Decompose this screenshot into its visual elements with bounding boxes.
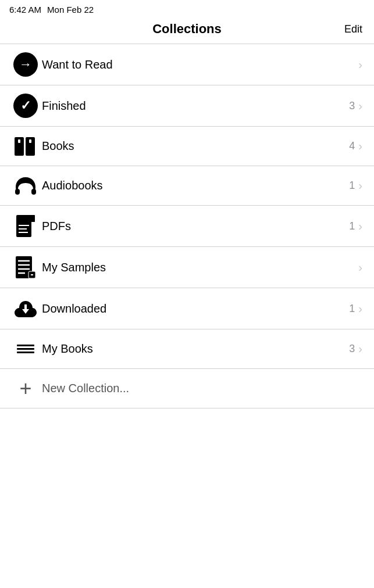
my-books-icon xyxy=(12,345,40,353)
pdfs-count: 1 xyxy=(349,220,355,232)
edit-button[interactable]: Edit xyxy=(333,23,362,35)
downloaded-chevron: › xyxy=(358,302,362,315)
downloaded-label: Downloaded xyxy=(42,302,349,315)
pdfs-chevron: › xyxy=(358,220,362,233)
new-collection-icon: + xyxy=(12,378,40,399)
new-collection-label: New Collection... xyxy=(42,382,362,395)
my-books-chevron: › xyxy=(358,342,362,356)
books-count: 4 xyxy=(349,140,355,152)
status-bar: 6:42 AM Mon Feb 22 xyxy=(0,0,374,17)
audiobooks-icon xyxy=(12,175,40,197)
downloaded-icon xyxy=(12,296,40,321)
nav-header: Collections Edit xyxy=(0,17,374,44)
my-books-label: My Books xyxy=(42,342,349,356)
status-time: 6:42 AM xyxy=(9,5,41,15)
books-label: Books xyxy=(42,139,349,153)
list-item-downloaded[interactable]: Downloaded 1 › xyxy=(0,288,374,329)
svg-rect-3 xyxy=(29,139,31,143)
audiobooks-label: Audiobooks xyxy=(42,179,349,192)
books-chevron: › xyxy=(358,139,362,153)
list-item-pdfs[interactable]: PDFs 1 › xyxy=(0,206,374,247)
status-date: Mon Feb 22 xyxy=(47,5,94,15)
want-to-read-icon xyxy=(12,52,40,77)
downloaded-count: 1 xyxy=(349,303,355,315)
want-to-read-label: Want to Read xyxy=(42,58,355,71)
list-item-new-collection[interactable]: + New Collection... xyxy=(0,369,374,408)
list-item-books[interactable]: Books 4 › xyxy=(0,127,374,166)
svg-rect-4 xyxy=(15,189,20,195)
svg-rect-5 xyxy=(31,189,36,195)
finished-chevron: › xyxy=(358,99,362,113)
collections-list: Want to Read › Finished 3 › Books 4 › xyxy=(0,44,374,408)
svg-rect-2 xyxy=(18,139,20,143)
list-item-my-books[interactable]: My Books 3 › xyxy=(0,329,374,369)
list-item-audiobooks[interactable]: Audiobooks 1 › xyxy=(0,166,374,206)
svg-rect-7 xyxy=(28,215,35,222)
my-samples-icon xyxy=(12,255,40,279)
audiobooks-chevron: › xyxy=(358,179,362,192)
finished-count: 3 xyxy=(349,100,355,112)
books-icon xyxy=(12,136,40,157)
list-item-want-to-read[interactable]: Want to Read › xyxy=(0,44,374,85)
pdfs-icon xyxy=(12,214,40,238)
my-samples-chevron: › xyxy=(358,261,362,274)
finished-label: Finished xyxy=(42,99,349,113)
pdfs-label: PDFs xyxy=(42,220,349,233)
finished-icon xyxy=(12,94,40,118)
list-item-my-samples[interactable]: My Samples › xyxy=(0,247,374,288)
audiobooks-count: 1 xyxy=(349,180,355,192)
page-title: Collections xyxy=(41,21,333,37)
my-books-count: 3 xyxy=(349,343,355,355)
list-item-finished[interactable]: Finished 3 › xyxy=(0,85,374,127)
want-to-read-chevron: › xyxy=(358,58,362,71)
my-samples-label: My Samples xyxy=(42,261,355,274)
